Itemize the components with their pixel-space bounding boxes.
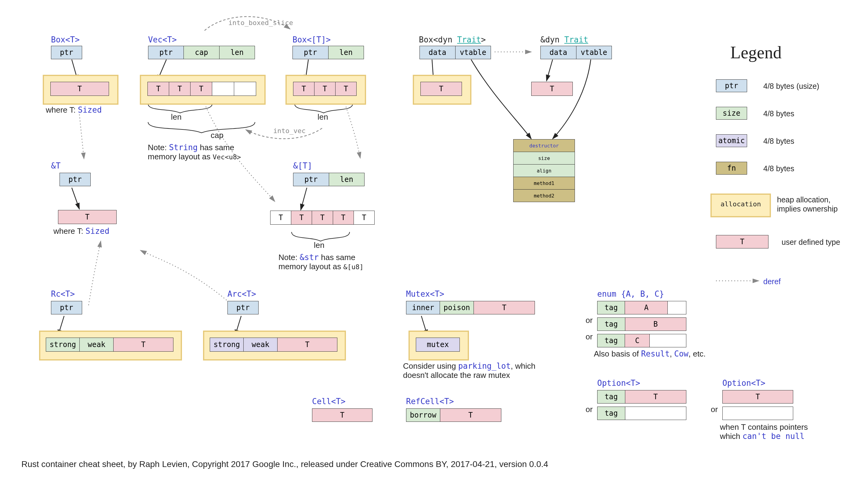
refcell-borrow: borrow — [406, 409, 440, 421]
title-box-dyn: Box<dyn Trait> — [419, 35, 486, 44]
mutex-header: inner poison T — [406, 301, 535, 314]
legend-title: Legend — [730, 43, 782, 62]
enum-c-val: C — [625, 334, 649, 347]
enum-b: tag B — [597, 317, 686, 331]
ref-dyn-vtable: vtable — [576, 46, 612, 59]
ref-slice-header: ptr len — [293, 173, 365, 186]
box-slice-len: len — [328, 46, 364, 59]
title-rc: Rc<T> — [51, 289, 75, 298]
enum-tag: tag — [597, 301, 625, 314]
vtable-destructor: destructor — [514, 139, 575, 152]
title-box-t: Box<T> — [51, 35, 80, 44]
vec-cell-t: T — [148, 82, 169, 96]
rc-t: T — [113, 338, 173, 351]
ref-dyn-t: T — [531, 82, 573, 96]
ref-t-ptr: ptr — [60, 173, 91, 186]
mutex-t: T — [473, 301, 535, 314]
box-slice-header: ptr len — [292, 46, 364, 59]
title-ref-t: &T — [51, 161, 60, 170]
vtable-size: size — [514, 152, 575, 164]
vec-cap-brace: cap — [211, 131, 223, 140]
ref-slice-note1: Note: &str has same — [278, 253, 355, 262]
option2-note1: when T contains pointers — [720, 422, 808, 432]
title-ref-slice: &[T] — [293, 161, 312, 170]
vec-cell-t: T — [190, 82, 212, 96]
legend-atomic-desc: 4/8 bytes — [763, 137, 794, 146]
title-mutex: Mutex<T> — [406, 289, 444, 298]
box-t-where: where T: Sized — [46, 105, 102, 115]
legend-fn-desc: 4/8 bytes — [763, 164, 794, 173]
box-dyn-vtable: vtable — [455, 46, 491, 59]
enum-a: tag A — [597, 301, 686, 314]
svg-line-4 — [301, 188, 307, 210]
legend-size: size — [716, 107, 747, 120]
mutex-note2: doesn't allocate the raw mutex — [403, 371, 510, 380]
box-slice-ptr: ptr — [293, 46, 328, 59]
ref-slice-len: len — [329, 173, 365, 186]
legend-ptr-desc: 4/8 bytes (usize) — [763, 82, 819, 91]
label-into-boxed-slice: into_boxed_slice — [228, 19, 293, 27]
box-t-ptr: ptr — [51, 46, 82, 59]
ref-slice-cell: T — [333, 211, 353, 224]
option2-t: T — [722, 390, 793, 404]
enum-note: Also basis of Result, Cow, etc. — [594, 349, 706, 359]
box-slice-cell: T — [335, 82, 356, 96]
enum-or1: or — [586, 316, 593, 325]
vec-cap: cap — [184, 46, 219, 59]
refcell-row: borrow T — [406, 408, 501, 422]
vec-ptr: ptr — [148, 46, 184, 59]
vec-len-brace: len — [171, 112, 182, 122]
vtable-m2: method2 — [514, 189, 575, 202]
option1-t: T — [625, 390, 686, 403]
title-cell: Cell<T> — [312, 397, 346, 406]
legend-alloc-label: allocation — [720, 200, 761, 208]
ref-slice-ptr: ptr — [293, 173, 329, 186]
legend-t-desc: user defined type — [782, 238, 840, 247]
title-option1: Option<T> — [597, 379, 640, 388]
mutex-inner: inner — [406, 301, 440, 314]
legend-atomic: atomic — [716, 134, 747, 147]
ref-t-t: T — [58, 210, 117, 224]
vec-header: ptr cap len — [148, 46, 255, 59]
ref-dyn-header: data vtable — [540, 46, 612, 59]
vec-len: len — [219, 46, 255, 59]
box-dyn-data: data — [420, 46, 455, 59]
enum-or2: or — [586, 332, 593, 342]
title-option2: Option<T> — [722, 379, 766, 388]
svg-line-1 — [72, 188, 80, 209]
cell-t: T — [312, 408, 372, 422]
option1-some: tag T — [597, 390, 686, 404]
vec-note1: Note: String has same — [148, 143, 234, 152]
option2-note2: which can't be null — [720, 432, 805, 441]
legend-t: T — [716, 235, 769, 249]
title-arc: Arc<T> — [227, 289, 256, 298]
option1-or: or — [586, 405, 593, 414]
option2-or: or — [711, 405, 718, 414]
option1-none: tag — [597, 407, 686, 420]
ref-slice-len-brace: len — [314, 241, 324, 250]
refcell-t: T — [440, 409, 501, 421]
rc-heap: strong weak T — [46, 338, 174, 352]
legend-alloc-desc1: heap allocation, — [777, 195, 831, 204]
enum-a-val: A — [625, 301, 668, 314]
arc-ptr: ptr — [227, 301, 258, 314]
enum-c: tag C — [597, 334, 686, 347]
ref-slice-cell: T — [312, 211, 333, 224]
mutex-poison: poison — [440, 301, 473, 314]
ref-slice-heap: T T T T T — [270, 211, 375, 225]
enum-pad — [649, 334, 686, 347]
mutex-note1: Consider using parking_lot, which — [403, 361, 535, 371]
box-slice-cell: T — [314, 82, 335, 96]
arc-weak: weak — [243, 338, 277, 351]
option1-empty — [625, 407, 686, 420]
arc-t: T — [277, 338, 337, 351]
mutex-mutex: mutex — [416, 338, 460, 352]
box-dyn-header: data vtable — [420, 46, 491, 59]
enum-b-val: B — [625, 318, 686, 330]
vec-cell-t: T — [169, 82, 190, 96]
legend-fn: fn — [716, 162, 747, 174]
vtable-align: align — [514, 164, 575, 177]
title-box-slice: Box<[T]> — [292, 35, 331, 44]
box-slice-cell: T — [293, 82, 314, 96]
legend-size-desc: 4/8 bytes — [763, 109, 794, 118]
